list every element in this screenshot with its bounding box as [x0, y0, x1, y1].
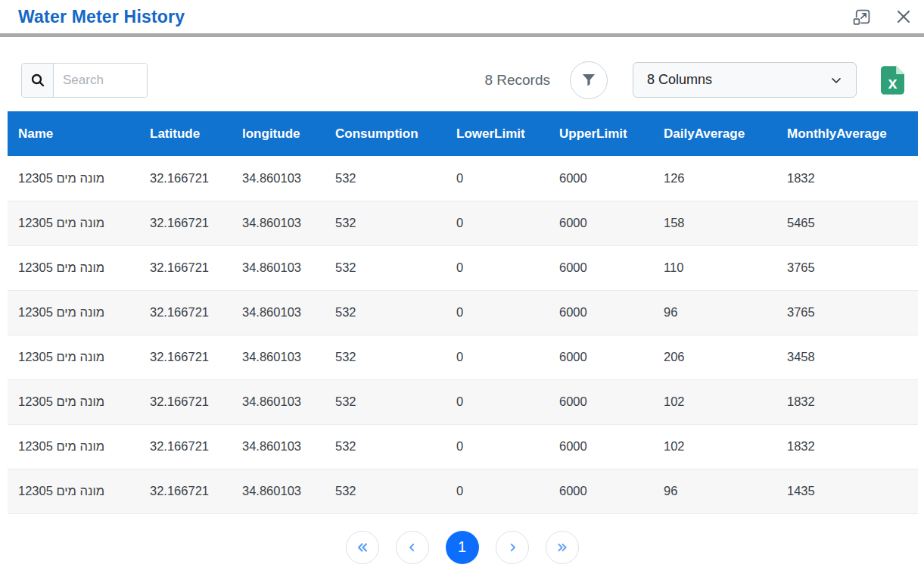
cell-consumption: 532	[325, 469, 446, 513]
columns-select-value: 8 Columns	[647, 72, 712, 88]
cell-dailyaverage: 110	[653, 245, 776, 290]
cell-lowerlimit: 0	[446, 469, 549, 513]
cell-consumption: 532	[325, 156, 446, 201]
pagination: 1	[0, 531, 924, 564]
table-row: מונה מים 1230532.16672134.86010353206000…	[8, 156, 918, 201]
column-header-lowerlimit[interactable]: LowerLimit	[446, 111, 549, 156]
cell-upperlimit: 6000	[549, 424, 653, 469]
dialog-title: Water Meter History	[18, 7, 185, 27]
cell-latitude: 32.166721	[139, 424, 232, 469]
table-header: NameLatitudelongitudeConsumptionLowerLim…	[8, 111, 918, 156]
cell-lowerlimit: 0	[446, 156, 549, 201]
cell-consumption: 532	[325, 290, 446, 335]
column-header-name[interactable]: Name	[8, 111, 139, 156]
cell-monthlyaverage: 1832	[776, 379, 918, 424]
cell-longitude: 34.860103	[232, 379, 325, 424]
cell-longitude: 34.860103	[232, 156, 325, 201]
cell-name: מונה מים 12305	[8, 156, 139, 201]
cell-name: מונה מים 12305	[8, 379, 139, 424]
column-header-longitude[interactable]: longitude	[232, 111, 325, 156]
cell-upperlimit: 6000	[549, 156, 653, 201]
cell-monthlyaverage: 3765	[776, 245, 918, 290]
pagination-next-button[interactable]	[496, 531, 529, 564]
cell-dailyaverage: 102	[653, 424, 776, 469]
table-row: מונה מים 1230532.16672134.86010353206000…	[8, 245, 918, 290]
cell-name: מונה מים 12305	[8, 424, 139, 469]
column-header-latitude[interactable]: Latitude	[139, 111, 232, 156]
cell-monthlyaverage: 3458	[776, 335, 918, 379]
records-count: 8 Records	[484, 72, 550, 89]
cell-latitude: 32.166721	[139, 335, 232, 379]
cell-latitude: 32.166721	[139, 290, 232, 335]
excel-export-button[interactable]: x	[879, 66, 906, 95]
cell-upperlimit: 6000	[549, 469, 653, 513]
cell-name: מונה מים 12305	[8, 469, 139, 513]
column-header-monthlyaverage[interactable]: MonthlyAverage	[776, 111, 918, 156]
cell-dailyaverage: 96	[653, 290, 776, 335]
cell-name: מונה מים 12305	[8, 290, 139, 335]
double-chevron-right-icon	[555, 540, 570, 555]
cell-monthlyaverage: 5465	[776, 201, 918, 245]
columns-select[interactable]: 8 Columns	[633, 62, 857, 98]
cell-name: מונה מים 12305	[8, 201, 139, 245]
expand-icon[interactable]	[851, 7, 871, 27]
cell-longitude: 34.860103	[232, 335, 325, 379]
cell-lowerlimit: 0	[446, 379, 549, 424]
cell-monthlyaverage: 1832	[776, 156, 918, 201]
cell-upperlimit: 6000	[549, 379, 653, 424]
cell-dailyaverage: 206	[653, 335, 776, 379]
cell-lowerlimit: 0	[446, 424, 549, 469]
cell-latitude: 32.166721	[139, 245, 232, 290]
filter-button[interactable]	[570, 61, 608, 99]
search-input[interactable]	[54, 64, 147, 97]
table-row: מונה מים 1230532.16672134.86010353206000…	[8, 424, 918, 469]
cell-consumption: 532	[325, 424, 446, 469]
cell-monthlyaverage: 1435	[776, 469, 918, 513]
table-row: מונה מים 1230532.16672134.86010353206000…	[8, 290, 918, 335]
data-table: NameLatitudelongitudeConsumptionLowerLim…	[8, 111, 918, 514]
cell-consumption: 532	[325, 335, 446, 379]
search-icon	[22, 64, 54, 97]
excel-file-icon: x	[879, 66, 906, 95]
table-row: מונה מים 1230532.16672134.86010353206000…	[8, 469, 918, 513]
dialog-titlebar: Water Meter History	[0, 0, 924, 33]
cell-lowerlimit: 0	[446, 335, 549, 379]
cell-longitude: 34.860103	[232, 201, 325, 245]
column-header-dailyaverage[interactable]: DailyAverage	[653, 111, 776, 156]
cell-upperlimit: 6000	[549, 335, 653, 379]
cell-consumption: 532	[325, 245, 446, 290]
cell-lowerlimit: 0	[446, 290, 549, 335]
table-row: מונה מים 1230532.16672134.86010353206000…	[8, 379, 918, 424]
cell-consumption: 532	[325, 379, 446, 424]
pagination-first-button[interactable]	[346, 531, 379, 564]
cell-latitude: 32.166721	[139, 469, 232, 513]
table-row: מונה מים 1230532.16672134.86010353206000…	[8, 201, 918, 245]
cell-latitude: 32.166721	[139, 201, 232, 245]
close-icon[interactable]	[894, 7, 913, 27]
search-group	[21, 63, 148, 98]
pagination-prev-button[interactable]	[396, 531, 429, 564]
cell-dailyaverage: 158	[653, 201, 776, 245]
cell-dailyaverage: 126	[653, 156, 776, 201]
table-row: מונה מים 1230532.16672134.86010353206000…	[8, 335, 918, 379]
pagination-last-button[interactable]	[546, 531, 579, 564]
cell-dailyaverage: 102	[653, 379, 776, 424]
cell-upperlimit: 6000	[549, 245, 653, 290]
column-header-consumption[interactable]: Consumption	[325, 111, 446, 156]
column-header-upperlimit[interactable]: UpperLimit	[549, 111, 653, 156]
cell-monthlyaverage: 1832	[776, 424, 918, 469]
cell-lowerlimit: 0	[446, 201, 549, 245]
title-divider	[0, 33, 924, 37]
cell-latitude: 32.166721	[139, 156, 232, 201]
double-chevron-left-icon	[354, 539, 371, 556]
toolbar: 8 Records 8 Columns x	[0, 62, 924, 98]
cell-upperlimit: 6000	[549, 290, 653, 335]
cell-latitude: 32.166721	[139, 379, 232, 424]
cell-name: מונה מים 12305	[8, 245, 139, 290]
chevron-right-icon	[505, 540, 520, 555]
cell-longitude: 34.860103	[232, 469, 325, 513]
svg-text:x: x	[888, 74, 898, 92]
cell-consumption: 532	[325, 201, 446, 245]
pagination-page-1-button[interactable]: 1	[446, 531, 479, 564]
cell-monthlyaverage: 3765	[776, 290, 918, 335]
